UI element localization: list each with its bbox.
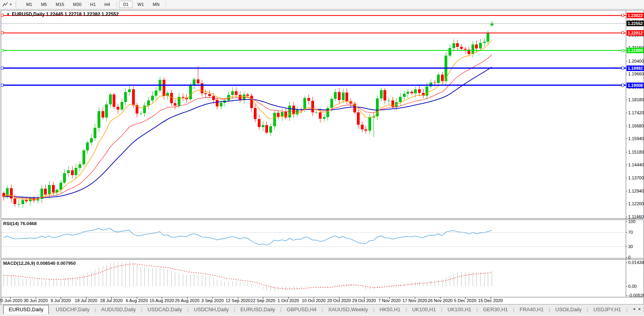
polyline-icon xyxy=(2,2,8,7)
price-axis-label: 1.15180 xyxy=(628,150,644,154)
date-label: 25 Aug 2020 xyxy=(175,298,199,303)
date-label: 28 Jul 2020 xyxy=(100,298,123,303)
toolbar-separator xyxy=(116,2,117,8)
line-drag-handle[interactable] xyxy=(621,84,624,87)
price-line-badge: 1.19008 xyxy=(627,83,644,88)
date-label: 29 Oct 2020 xyxy=(352,298,376,303)
price-axis-label: 1.14440 xyxy=(628,162,644,167)
chart-tab-xauusd-weekly[interactable]: XAUUSD,Weekly xyxy=(323,305,373,314)
timeframe-button-m30[interactable]: M30 xyxy=(69,1,85,8)
top-toolbar: ▼ M1M5M15M30H1H4D1W1MN xyxy=(0,0,644,9)
chart-title: ▼ EURUSD,Daily 1.22445 1.22718 1.22382 1… xyxy=(6,12,119,17)
chart-tab-usdjpy-h1[interactable]: USDJPY,H1 xyxy=(588,305,626,314)
chart-tab-bar: EURUSD,DailyUSDCHF,Daily|AUDUSD,Daily|US… xyxy=(0,304,644,314)
chart-tab-uk100-h1[interactable]: UK100,H1 xyxy=(443,305,477,314)
chart-tab-usoil-daily[interactable]: USOil,Daily xyxy=(550,305,586,314)
line-drag-handle[interactable] xyxy=(621,67,624,69)
line-drag-handle[interactable] xyxy=(1,49,4,52)
date-label: 20 Jun 2020 xyxy=(0,298,22,303)
macd-axis-label: -0.005396 xyxy=(628,293,644,298)
chart-tab-usdcad-daily[interactable]: USDCAD,Daily xyxy=(142,305,187,314)
line-drag-handle[interactable] xyxy=(621,31,624,34)
trading-terminal: { "toolbar": { "timeframes": ["M1","M5",… xyxy=(0,0,644,316)
chart-menu-arrow-icon[interactable]: ▼ xyxy=(6,12,10,16)
price-axis-label: 1.18180 xyxy=(628,97,644,102)
date-label: 20 Oct 2020 xyxy=(327,298,351,303)
price-horizontal-line[interactable] xyxy=(1,67,626,69)
chart-tab-eurusd-daily[interactable]: EURUSD,Daily xyxy=(235,305,280,314)
rsi-level-70-line xyxy=(1,232,626,233)
date-label: 12 Sep 2020 xyxy=(226,298,250,303)
price-horizontal-line[interactable] xyxy=(1,33,626,33)
chart-tab-eurusd-daily[interactable]: EURUSD,Daily xyxy=(3,305,49,314)
date-label: 5 Dec 2020 xyxy=(454,298,476,303)
timeframe-button-h1[interactable]: H1 xyxy=(86,1,100,8)
price-axis-label: 1.15940 xyxy=(628,136,644,141)
date-label: 30 Jun 2020 xyxy=(24,298,48,303)
macd-pane-divider[interactable] xyxy=(1,258,643,260)
date-label: 15 Dec 2020 xyxy=(478,298,503,303)
date-label: 3 Sep 2020 xyxy=(201,298,224,303)
line-drag-handle[interactable] xyxy=(621,14,624,17)
line-drag-handle[interactable] xyxy=(621,49,624,52)
chart-tab-hk50-h1[interactable]: HK50,H1 xyxy=(374,305,406,314)
chart-title-text: EURUSD,Daily 1.22445 1.22718 1.22382 1.2… xyxy=(12,12,119,17)
timeframe-button-w1[interactable]: W1 xyxy=(133,1,148,8)
price-line-badge: 1.22012 xyxy=(627,30,644,36)
tab-scroll-arrows: ◄ ► xyxy=(631,304,643,313)
date-label: 9 Jul 2020 xyxy=(51,298,71,303)
price-axis-label: 1.16680 xyxy=(628,123,644,128)
rsi-axis-label: 70 xyxy=(628,230,633,235)
date-label: 1 Oct 2020 xyxy=(278,298,299,303)
tab-scroll-left-icon[interactable]: ◄ xyxy=(632,307,636,311)
timeframe-button-m5[interactable]: M5 xyxy=(37,1,51,8)
timeframe-button-mn[interactable]: MN xyxy=(149,1,163,8)
price-line-badge: 1.19992 xyxy=(627,66,644,71)
chart-tab-audusd-daily[interactable]: AUDUSD,Daily xyxy=(96,305,141,314)
timeframe-button-h4[interactable]: H4 xyxy=(100,1,114,8)
chart-tab-usdcnh-daily[interactable]: USDCNH,Daily xyxy=(189,305,234,314)
price-axis-label: 1.17420 xyxy=(628,110,644,115)
macd-axis-label: 0.014384 xyxy=(628,260,644,265)
chart-tab-usdchf-daily[interactable]: USDCHF,Daily xyxy=(50,305,94,314)
price-axis-border xyxy=(626,10,626,297)
drawing-tools-icon[interactable]: ▼ xyxy=(2,2,12,7)
timeframe-button-m15[interactable]: M15 xyxy=(52,1,68,8)
chart-tab-fra40-h1[interactable]: FRA40,H1 xyxy=(514,305,549,314)
price-axis-label: 1.20400 xyxy=(628,59,644,64)
date-label: 22 Sep 2020 xyxy=(251,298,275,303)
price-line-badge: 1.23022 xyxy=(627,13,644,18)
date-label: 26 Nov 2020 xyxy=(428,298,452,303)
rsi-label: RSI(14) 76.0468 xyxy=(3,221,36,226)
rsi-axis-label: 100 xyxy=(628,219,635,224)
date-label: 17 Nov 2020 xyxy=(402,298,427,303)
macd-label: MACD(12,26,9) 0.008540 0.007950 xyxy=(3,261,76,266)
line-drag-handle[interactable] xyxy=(1,31,4,34)
price-axis-label: 1.12200 xyxy=(628,201,644,206)
tab-scroll-right-icon[interactable]: ► xyxy=(638,307,642,311)
timeframe-button-group: M1M5M15M30H1H4D1W1MN xyxy=(22,1,168,8)
macd-axis-label: 0.00 xyxy=(628,284,636,289)
chart-tab-uk100-h1[interactable]: UK100,H1 xyxy=(407,305,441,314)
timeframe-button-d1[interactable]: D1 xyxy=(119,1,132,8)
toolbar-grip[interactable] xyxy=(15,2,18,7)
price-horizontal-line[interactable] xyxy=(1,50,626,51)
rsi-pane-divider[interactable] xyxy=(1,218,643,220)
date-label: 6 Aug 2020 xyxy=(126,298,148,303)
line-drag-handle[interactable] xyxy=(1,84,4,87)
dropdown-caret-icon[interactable]: ▼ xyxy=(9,3,12,6)
chart-plot-canvas[interactable] xyxy=(1,10,626,297)
date-label: 7 Nov 2020 xyxy=(378,298,401,303)
rsi-axis-label: 30 xyxy=(628,244,633,249)
timeframe-button-m1[interactable]: M1 xyxy=(22,1,36,8)
price-horizontal-line[interactable] xyxy=(1,85,626,86)
price-line-badge: 1.21000 xyxy=(627,48,644,53)
chart-tab-ger30-h1[interactable]: GER30,H1 xyxy=(478,305,513,314)
current-price-badge: 1.22552 xyxy=(627,21,644,26)
line-drag-handle[interactable] xyxy=(1,14,4,17)
toolbar-separator xyxy=(166,2,166,8)
line-drag-handle[interactable] xyxy=(1,67,4,69)
chart-tab-gbpusd-h4[interactable]: GBPUSD,H4 xyxy=(282,305,322,314)
plot-bottom-border xyxy=(1,297,643,297)
rsi-axis-label: 0 xyxy=(628,255,631,260)
